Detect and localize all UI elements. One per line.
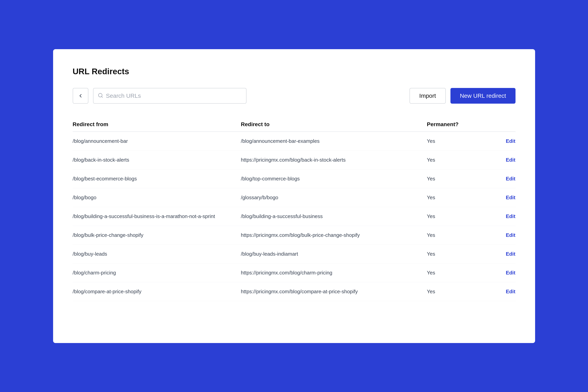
cell-action: Edit	[480, 132, 516, 151]
cell-from: /blog/buy-leads	[73, 244, 241, 263]
svg-line-1	[102, 96, 102, 97]
page-title: URL Redirects	[73, 67, 516, 76]
cell-to: https://pricingmx.com/blog/bulk-price-ch…	[241, 226, 427, 244]
col-header-action	[480, 117, 516, 132]
cell-to: https://pricingmx.com/blog/back-in-stock…	[241, 150, 427, 169]
search-container	[93, 88, 247, 104]
table-row: /blog/best-ecommerce-blogs/blog/top-comm…	[73, 169, 516, 188]
table-row: /blog/bogo/glossary/b/bogoYesEdit	[73, 188, 516, 207]
search-icon	[98, 93, 103, 99]
cell-permanent: Yes	[427, 150, 480, 169]
edit-link[interactable]: Edit	[506, 251, 515, 257]
col-header-from: Redirect from	[73, 117, 241, 132]
back-button[interactable]	[73, 88, 88, 104]
cell-permanent: Yes	[427, 244, 480, 263]
col-header-to: Redirect to	[241, 117, 427, 132]
cell-action: Edit	[480, 282, 516, 301]
table-row: /blog/building-a-successful-business-is-…	[73, 207, 516, 226]
table-row: /blog/back-in-stock-alertshttps://pricin…	[73, 150, 516, 169]
edit-link[interactable]: Edit	[506, 194, 515, 200]
table-row: /blog/buy-leads/blog/buy-leads-indiamart…	[73, 244, 516, 263]
table-body: /blog/announcement-bar/blog/announcement…	[73, 132, 516, 301]
cell-action: Edit	[480, 150, 516, 169]
cell-permanent: Yes	[427, 226, 480, 244]
cell-to: /glossary/b/bogo	[241, 188, 427, 207]
cell-from: /blog/announcement-bar	[73, 132, 241, 151]
cell-permanent: Yes	[427, 263, 480, 282]
cell-to: /blog/building-a-successful-business	[241, 207, 427, 226]
cell-to: https://pricingmx.com/blog/charm-pricing	[241, 263, 427, 282]
edit-link[interactable]: Edit	[506, 288, 515, 294]
cell-from: /blog/charm-pricing	[73, 263, 241, 282]
main-card: URL Redirects Import New URL redirect Re…	[53, 49, 535, 343]
cell-from: /blog/compare-at-price-shopify	[73, 282, 241, 301]
cell-permanent: Yes	[427, 282, 480, 301]
cell-from: /blog/best-ecommerce-blogs	[73, 169, 241, 188]
import-button[interactable]: Import	[410, 88, 446, 104]
back-icon	[78, 93, 83, 98]
table-header-row: Redirect from Redirect to Permanent?	[73, 117, 516, 132]
cell-action: Edit	[480, 244, 516, 263]
cell-from: /blog/bulk-price-change-shopify	[73, 226, 241, 244]
table-row: /blog/charm-pricinghttps://pricingmx.com…	[73, 263, 516, 282]
search-input[interactable]	[93, 88, 247, 104]
cell-permanent: Yes	[427, 132, 480, 151]
cell-to: /blog/top-commerce-blogs	[241, 169, 427, 188]
edit-link[interactable]: Edit	[506, 270, 515, 276]
col-header-permanent: Permanent?	[427, 117, 480, 132]
cell-action: Edit	[480, 226, 516, 244]
cell-action: Edit	[480, 169, 516, 188]
cell-from: /blog/building-a-successful-business-is-…	[73, 207, 241, 226]
cell-to: https://pricingmx.com/blog/compare-at-pr…	[241, 282, 427, 301]
cell-to: /blog/announcement-bar-examples	[241, 132, 427, 151]
cell-from: /blog/bogo	[73, 188, 241, 207]
cell-action: Edit	[480, 263, 516, 282]
new-url-redirect-button[interactable]: New URL redirect	[450, 88, 516, 104]
toolbar: Import New URL redirect	[73, 88, 516, 104]
cell-permanent: Yes	[427, 207, 480, 226]
edit-link[interactable]: Edit	[506, 157, 515, 163]
redirects-table: Redirect from Redirect to Permanent? /bl…	[73, 117, 516, 301]
cell-action: Edit	[480, 207, 516, 226]
edit-link[interactable]: Edit	[506, 138, 515, 144]
table-row: /blog/bulk-price-change-shopifyhttps://p…	[73, 226, 516, 244]
edit-link[interactable]: Edit	[506, 176, 515, 182]
cell-from: /blog/back-in-stock-alerts	[73, 150, 241, 169]
cell-permanent: Yes	[427, 188, 480, 207]
cell-permanent: Yes	[427, 169, 480, 188]
table-row: /blog/announcement-bar/blog/announcement…	[73, 132, 516, 151]
edit-link[interactable]: Edit	[506, 213, 515, 219]
edit-link[interactable]: Edit	[506, 232, 515, 238]
cell-to: /blog/buy-leads-indiamart	[241, 244, 427, 263]
cell-action: Edit	[480, 188, 516, 207]
table-row: /blog/compare-at-price-shopifyhttps://pr…	[73, 282, 516, 301]
